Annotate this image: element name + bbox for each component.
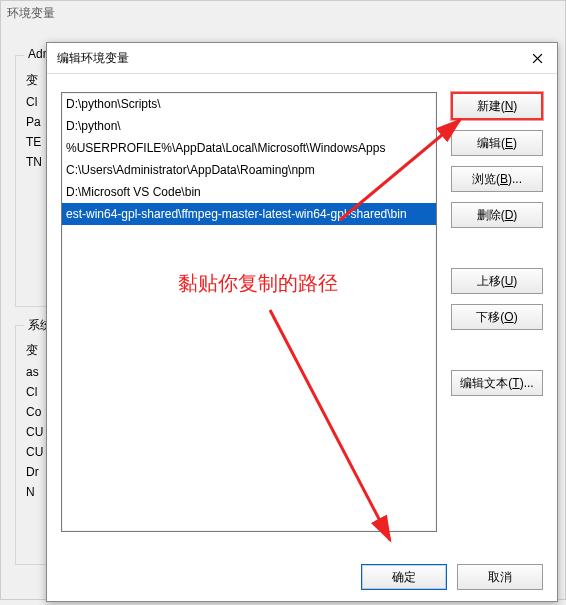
truncated-label: N (26, 485, 43, 499)
edit-env-var-dialog: 编辑环境变量 D:\python\Scripts\ D:\python\ %US… (46, 42, 558, 602)
truncated-label: Co (26, 405, 43, 419)
dialog-titlebar[interactable]: 编辑环境变量 (47, 43, 557, 74)
truncated-label: CU (26, 445, 43, 459)
truncated-label: CU (26, 425, 43, 439)
list-item-selected[interactable]: est-win64-gpl-shared\ffmpeg-master-lates… (62, 203, 436, 225)
truncated-label: TE (26, 135, 42, 149)
truncated-label: 变 (26, 342, 43, 359)
user-vars-col: 变 Cl Pa TE TN (26, 72, 42, 169)
truncated-label: Pa (26, 115, 42, 129)
button-column: 新建(N) 编辑(E) 浏览(B)... 删除(D) 上移(U) (451, 92, 543, 592)
truncated-label: TN (26, 155, 42, 169)
close-button[interactable] (517, 43, 557, 73)
truncated-label: Cl (26, 95, 42, 109)
ok-button[interactable]: 确定 (361, 564, 447, 590)
dialog-title: 编辑环境变量 (57, 50, 129, 67)
new-button[interactable]: 新建(N) (451, 92, 543, 120)
cancel-button[interactable]: 取消 (457, 564, 543, 590)
list-item[interactable]: D:\python\ (62, 115, 436, 137)
edit-text-button[interactable]: 编辑文本(T)... (451, 370, 543, 396)
list-item[interactable]: D:\python\Scripts\ (62, 93, 436, 115)
delete-button[interactable]: 删除(D) (451, 202, 543, 228)
close-icon (532, 53, 543, 64)
list-item[interactable]: D:\Microsoft VS Code\bin (62, 181, 436, 203)
move-up-button[interactable]: 上移(U) (451, 268, 543, 294)
edit-button[interactable]: 编辑(E) (451, 130, 543, 156)
dialog-footer: 确定 取消 (361, 564, 543, 590)
list-item[interactable]: %USERPROFILE%\AppData\Local\Microsoft\Wi… (62, 137, 436, 159)
truncated-label: 变 (26, 72, 42, 89)
truncated-label: Dr (26, 465, 43, 479)
env-vars-title: 环境变量 (7, 5, 55, 22)
path-listbox[interactable]: D:\python\Scripts\ D:\python\ %USERPROFI… (61, 92, 437, 532)
list-item[interactable]: C:\Users\Administrator\AppData\Roaming\n… (62, 159, 436, 181)
system-vars-col: 变 as Cl Co CU CU Dr N (26, 342, 43, 499)
truncated-label: Cl (26, 385, 43, 399)
browse-button[interactable]: 浏览(B)... (451, 166, 543, 192)
move-down-button[interactable]: 下移(O) (451, 304, 543, 330)
truncated-label: as (26, 365, 43, 379)
